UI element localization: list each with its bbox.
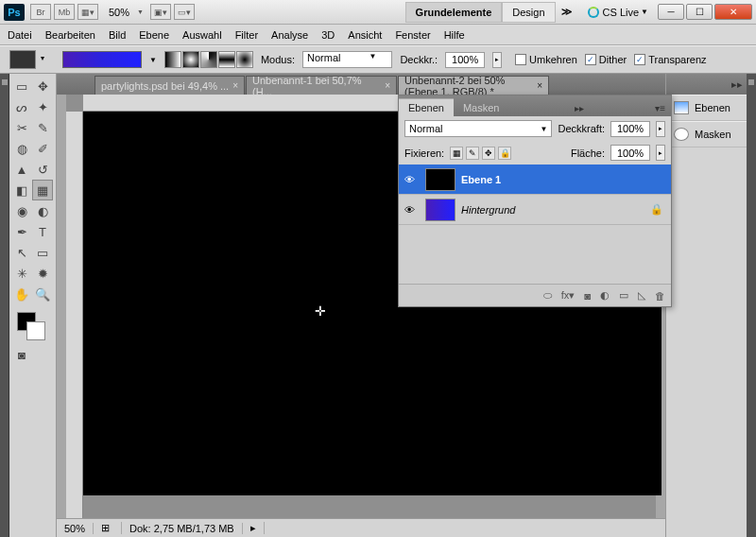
screenmode-button[interactable]: ▣▾ — [150, 4, 171, 20]
close-icon[interactable]: × — [232, 80, 238, 91]
right-dock-header[interactable]: ▸▸ — [666, 74, 747, 95]
adjustment-icon[interactable]: ◐ — [600, 289, 610, 302]
gradient-angle[interactable] — [200, 51, 217, 68]
maximize-button[interactable]: ☐ — [686, 4, 713, 20]
gradient-preview[interactable] — [62, 51, 142, 68]
wand-tool[interactable]: ✦ — [32, 96, 53, 117]
3d-cam-tool[interactable]: ✹ — [32, 263, 53, 284]
hand-tool[interactable]: ✋ — [11, 284, 32, 304]
mask-icon[interactable]: ◙ — [584, 290, 591, 302]
3d-tool[interactable]: ✳ — [11, 263, 32, 284]
color-swatches[interactable] — [11, 308, 53, 344]
layer-thumb[interactable] — [425, 168, 455, 191]
gradient-linear[interactable] — [164, 51, 181, 68]
layer-name[interactable]: Hintergrund — [461, 204, 515, 216]
transparenz-check[interactable]: ✓Transparenz — [634, 54, 706, 65]
bridge-button[interactable]: Br — [30, 4, 51, 20]
menu-fenster[interactable]: Fenster — [395, 29, 430, 41]
layer-row[interactable]: 👁 Hintergrund 🔒 — [399, 195, 671, 225]
panel-menu-icon[interactable]: ▾≡ — [649, 100, 671, 116]
lock-all-icon[interactable]: 🔒 — [498, 147, 511, 160]
rightpanel-ebenen[interactable]: Ebenen — [666, 95, 747, 121]
flaeche-spin[interactable]: ▸ — [656, 145, 665, 161]
close-icon[interactable]: × — [537, 80, 542, 91]
layer-thumb[interactable] — [425, 199, 455, 221]
history-brush-tool[interactable]: ↺ — [32, 159, 53, 180]
crop-tool[interactable]: ✂ — [11, 117, 32, 138]
gradient-radial[interactable] — [182, 51, 199, 68]
menu-ebene[interactable]: Ebene — [139, 29, 169, 41]
layer-name[interactable]: Ebene 1 — [461, 174, 501, 185]
move-tool[interactable]: ▭ — [11, 76, 32, 96]
fx-icon[interactable]: fx▾ — [561, 289, 576, 302]
deckkr-spin[interactable]: ▸ — [492, 52, 502, 68]
ruler-vertical[interactable] — [66, 112, 83, 518]
menu-3d[interactable]: 3D — [321, 29, 335, 41]
link-layers-icon[interactable]: ⬭ — [543, 289, 552, 302]
stamp-tool[interactable]: ▲ — [11, 159, 32, 180]
doctab-3[interactable]: Unbenannt-2 bei 50% (Ebene 1, RGB/8) *× — [398, 76, 549, 95]
doctab-2[interactable]: Unbenannt-1 bei 50,7% (H...× — [246, 76, 397, 95]
gradient-reflected[interactable] — [218, 51, 235, 68]
doctab-1[interactable]: partylights.psd bei 49,4% ...× — [94, 76, 245, 95]
zoom-tool[interactable]: 🔍 — [32, 284, 53, 304]
menu-analyse[interactable]: Analyse — [271, 29, 308, 41]
zoom-dropdown-icon[interactable]: ▼ — [137, 9, 145, 15]
eraser-tool[interactable]: ◧ — [11, 180, 32, 200]
minimize-button[interactable]: ─ — [658, 4, 684, 20]
rightpanel-masken[interactable]: Masken — [666, 121, 747, 147]
menu-hilfe[interactable]: Hilfe — [444, 29, 465, 41]
dodge-tool[interactable]: ◐ — [32, 200, 53, 221]
minibridge-button[interactable]: Mb — [54, 4, 75, 20]
modus-select[interactable]: Normal ▼ — [302, 51, 392, 68]
eyedropper-tool[interactable]: ✎ — [32, 117, 53, 138]
extras-button[interactable]: ▭▾ — [174, 4, 195, 20]
flaeche-input[interactable]: 100% — [610, 145, 650, 161]
gradient-tool[interactable]: ▦ — [32, 180, 53, 200]
marquee-tool[interactable]: ✥ — [32, 76, 53, 96]
dither-check[interactable]: ✓Dither — [585, 54, 627, 65]
heal-tool[interactable]: ◍ — [11, 138, 32, 159]
status-icon[interactable]: ⊞ — [94, 522, 122, 534]
background-color[interactable] — [26, 321, 45, 340]
workspace-more[interactable]: ≫ — [556, 2, 578, 22]
layer-row[interactable]: 👁 Ebene 1 — [399, 165, 671, 195]
workspace-design[interactable]: Design — [502, 2, 555, 23]
visibility-icon[interactable]: 👁 — [399, 204, 420, 216]
trash-icon[interactable]: 🗑 — [655, 290, 665, 302]
gradient-diamond[interactable] — [236, 51, 253, 68]
panel-collapse-icon[interactable]: ▸▸ — [569, 100, 590, 116]
lock-position-icon[interactable]: ✥ — [482, 147, 495, 160]
status-arrow[interactable]: ▸ — [243, 522, 265, 534]
tab-masken[interactable]: Masken — [454, 99, 509, 116]
lock-transparent-icon[interactable]: ▦ — [450, 147, 463, 160]
pen-tool[interactable]: ✒ — [11, 221, 32, 242]
group-icon[interactable]: ▭ — [619, 289, 628, 302]
umkehren-check[interactable]: Umkehren — [515, 54, 577, 65]
menu-auswahl[interactable]: Auswahl — [182, 29, 222, 41]
menu-datei[interactable]: Datei — [8, 29, 32, 41]
menu-filter[interactable]: Filter — [235, 29, 258, 41]
type-tool[interactable]: T — [32, 221, 53, 242]
close-icon[interactable]: × — [385, 80, 390, 91]
brush-tool[interactable]: ✐ — [32, 138, 53, 159]
menu-ansicht[interactable]: Ansicht — [348, 29, 382, 41]
status-docinfo[interactable]: Dok: 2,75 MB/1,73 MB — [122, 523, 243, 534]
visibility-icon[interactable]: 👁 — [399, 174, 420, 185]
blend-mode-select[interactable]: Normal▼ — [404, 120, 552, 137]
lock-pixels-icon[interactable]: ✎ — [466, 147, 479, 160]
menu-bild[interactable]: Bild — [109, 29, 126, 41]
blur-tool[interactable]: ◉ — [11, 200, 32, 221]
zoom-level[interactable]: 50% — [109, 7, 129, 18]
right-dock-strip[interactable] — [747, 74, 756, 537]
photoshop-icon[interactable]: Ps — [4, 4, 25, 21]
deckkr-input[interactable]: 100% — [445, 52, 485, 68]
deckkraft-input[interactable]: 100% — [610, 121, 650, 137]
arrange-docs-button[interactable]: ▦▾ — [77, 4, 98, 20]
status-zoom[interactable]: 50% — [57, 523, 94, 534]
cs-live[interactable]: CS Live▼ — [588, 7, 648, 18]
shape-tool[interactable]: ▭ — [32, 242, 53, 263]
deckkraft-spin[interactable]: ▸ — [656, 121, 665, 137]
tab-ebenen[interactable]: Ebenen — [399, 98, 454, 116]
close-button[interactable]: ✕ — [714, 4, 752, 20]
